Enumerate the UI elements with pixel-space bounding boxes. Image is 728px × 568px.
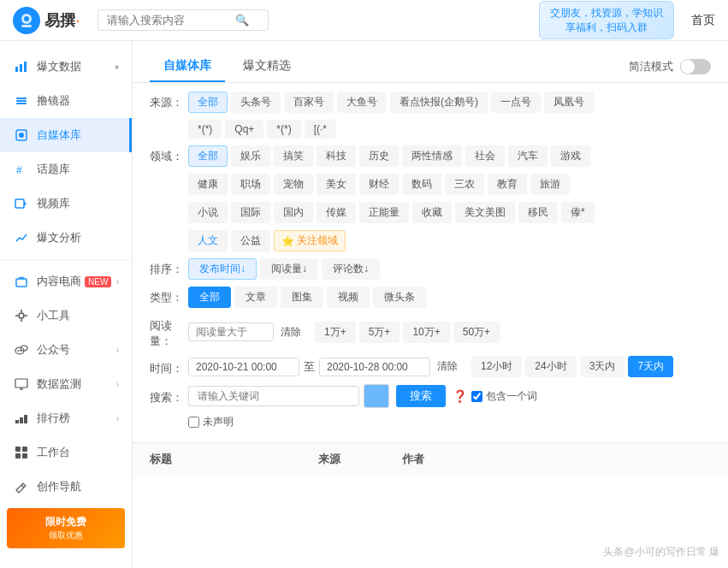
domain-gj[interactable]: 国际: [231, 202, 270, 223]
sidebar-item-creation[interactable]: 创作导航: [0, 470, 132, 504]
header-search[interactable]: 🔍: [98, 9, 269, 31]
domain-sn[interactable]: 三农: [445, 174, 484, 195]
sidebar-item-ziweiti[interactable]: 自媒体库: [0, 118, 132, 152]
source-tag-r3[interactable]: *(*): [267, 120, 300, 139]
domain-cm[interactable]: 传媒: [317, 202, 356, 223]
svg-rect-30: [15, 447, 21, 452]
sidebar-item-ranking[interactable]: 排行榜 ›: [0, 401, 132, 435]
sidebar-item-baowen[interactable]: 爆文分析: [0, 221, 132, 255]
source-tag-all[interactable]: 全部: [188, 92, 228, 113]
source-tag-toutiao[interactable]: 头条号: [231, 92, 281, 113]
domain-tag-gaoxiao[interactable]: 搞笑: [274, 145, 313, 167]
domain-ym[interactable]: 移民: [518, 202, 558, 223]
read-input[interactable]: [188, 322, 274, 341]
include-word-check[interactable]: 包含一个词: [471, 389, 537, 404]
type-btn-all[interactable]: 全部: [188, 287, 231, 308]
domain-tag-liangxing[interactable]: 两性情感: [402, 145, 462, 167]
undeclared-checkbox[interactable]: [188, 417, 199, 428]
read-1wan[interactable]: 1万+: [315, 322, 356, 343]
svg-rect-32: [15, 453, 21, 459]
source-tag-r1[interactable]: *(*): [188, 120, 222, 139]
sort-btn-time[interactable]: 发布时间↓: [188, 258, 257, 280]
sidebar-item-gongzhong[interactable]: 公众号 ›: [0, 333, 132, 367]
domain-tag-shehui[interactable]: 社会: [465, 145, 505, 167]
domain-gn[interactable]: 国内: [274, 202, 313, 223]
help-icon[interactable]: ❓: [453, 389, 467, 403]
sidebar-item-pingjijing[interactable]: 撸镜器: [0, 84, 132, 118]
read-10wan[interactable]: 10万+: [403, 322, 449, 343]
logo-icon: [13, 7, 40, 34]
tab-baowenjingxuan[interactable]: 爆文精选: [229, 51, 305, 82]
source-tag-kandian[interactable]: 看点快报(企鹅号): [390, 92, 488, 113]
sidebar-item-tools[interactable]: 小工具: [0, 299, 132, 333]
source-tag-r4[interactable]: [(·*: [305, 120, 336, 139]
include-word-checkbox[interactable]: [471, 391, 482, 402]
header-search-icon[interactable]: 🔍: [235, 14, 249, 27]
domain-gy[interactable]: 公益: [231, 230, 270, 251]
source-tag-r2[interactable]: Qq+: [225, 120, 263, 139]
domain-zny[interactable]: 正能量: [359, 202, 409, 223]
domain-other[interactable]: 傣*: [561, 202, 595, 223]
sidebar-item-ecommerce[interactable]: 内容电商 NEW ›: [0, 264, 132, 299]
home-nav[interactable]: 首页: [691, 13, 715, 28]
sort-btn-read[interactable]: 阅读量↓: [260, 258, 318, 280]
type-btn-article[interactable]: 文章: [234, 287, 277, 308]
domain-tag-all[interactable]: 全部: [188, 145, 228, 167]
sidebar-label-pingjijing: 撸镜器: [37, 93, 70, 109]
source-tag-dayu[interactable]: 大鱼号: [337, 92, 387, 113]
promo-banner[interactable]: 限时免费 领取优惠: [7, 508, 125, 548]
svg-rect-8: [16, 103, 27, 104]
attention-tag[interactable]: ⭐ 关注领域: [274, 230, 346, 251]
domain-ly[interactable]: 旅游: [530, 174, 570, 195]
sidebar-item-shipinku[interactable]: 视频库: [0, 186, 132, 221]
tab-ziwei[interactable]: 自媒体库: [150, 51, 225, 82]
domain-zc[interactable]: 职场: [231, 174, 270, 195]
time-end-input[interactable]: [319, 358, 430, 376]
domain-sc[interactable]: 收藏: [412, 202, 452, 223]
domain-jk[interactable]: 健康: [188, 174, 228, 195]
sidebar-item-baowendata[interactable]: 爆文数据 ▾: [0, 50, 132, 84]
type-btn-gallery[interactable]: 图集: [281, 287, 323, 308]
domain-cw[interactable]: 宠物: [274, 174, 313, 195]
domain-cj[interactable]: 财经: [359, 174, 399, 195]
read-5wan[interactable]: 5万+: [359, 322, 400, 343]
source-tag-yidian[interactable]: 一点号: [491, 92, 541, 113]
time-start-input[interactable]: [188, 358, 299, 376]
source-tag-fenghuang[interactable]: 凤凰号: [544, 92, 594, 113]
domain-tag-yule[interactable]: 娱乐: [231, 145, 270, 167]
time-24h[interactable]: 24小时: [525, 356, 576, 377]
svg-rect-29: [24, 415, 27, 423]
type-btn-microtoutiao[interactable]: 微头条: [373, 287, 426, 308]
sidebar-item-huatiku[interactable]: # 话题库: [0, 152, 132, 186]
sidebar-item-workspace[interactable]: 工作台: [0, 435, 132, 470]
domain-rw[interactable]: 人文: [188, 230, 228, 251]
creation-icon: [13, 478, 30, 495]
domain-mn[interactable]: 美女: [317, 174, 356, 195]
source-tag-baijia[interactable]: 百家号: [284, 92, 334, 113]
time-clear-btn[interactable]: 清除: [430, 357, 465, 376]
domain-mwmt[interactable]: 美文美图: [455, 202, 515, 223]
time-7d[interactable]: 7天内: [628, 356, 673, 377]
read-clear-btn[interactable]: 清除: [274, 322, 308, 342]
domain-xs[interactable]: 小说: [188, 202, 228, 223]
keyword-input[interactable]: [188, 386, 359, 406]
type-btn-video[interactable]: 视频: [327, 287, 370, 308]
svg-point-15: [19, 313, 24, 318]
simple-mode-toggle[interactable]: 简洁模式: [629, 59, 711, 74]
domain-tag-youxi[interactable]: 游戏: [551, 145, 590, 167]
header-search-input[interactable]: [107, 14, 235, 27]
time-12h[interactable]: 12小时: [471, 356, 522, 377]
color-select[interactable]: [364, 384, 389, 408]
domain-tag-qiche[interactable]: 汽车: [508, 145, 547, 167]
time-3d[interactable]: 3天内: [580, 356, 625, 377]
sort-btn-comment[interactable]: 评论数↓: [322, 258, 380, 280]
search-button[interactable]: 搜索: [396, 385, 446, 407]
domain-tag-keji[interactable]: 科技: [317, 145, 356, 167]
domain-jy[interactable]: 教育: [488, 174, 527, 195]
domain-tag-lishi[interactable]: 历史: [359, 145, 399, 167]
sidebar-item-monitor[interactable]: 数据监测 ›: [0, 367, 132, 401]
undeclared-check[interactable]: 未声明: [188, 415, 234, 429]
read-50wan[interactable]: 50万+: [453, 322, 500, 343]
domain-sm[interactable]: 数码: [402, 174, 441, 195]
toggle-switch[interactable]: [680, 59, 711, 74]
